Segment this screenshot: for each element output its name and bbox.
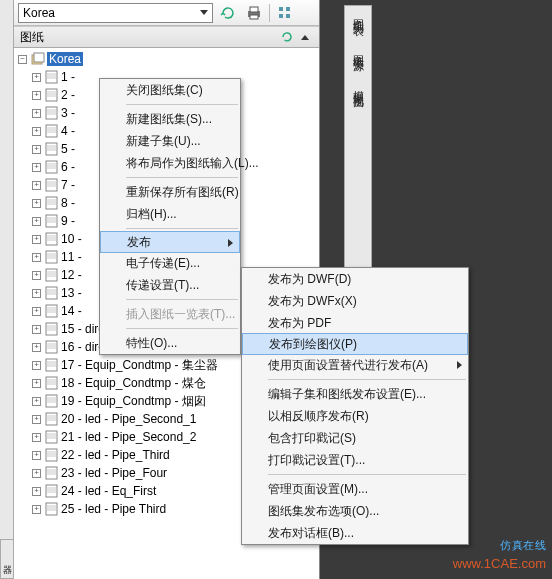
mi-manage-page[interactable]: 管理页面设置(M)...: [242, 478, 468, 500]
tree-item-label: 14 -: [61, 304, 82, 318]
mi-close[interactable]: 关闭图纸集(C): [100, 79, 240, 101]
separator: [126, 299, 238, 300]
tree-root[interactable]: −Korea: [18, 50, 319, 68]
toolbar-btn-1[interactable]: [217, 3, 239, 23]
tree-item-label: 12 -: [61, 268, 82, 282]
mi-pub-pdf[interactable]: 发布为 PDF: [242, 312, 468, 334]
mi-properties[interactable]: 特性(O)...: [100, 332, 240, 354]
expander-icon[interactable]: +: [32, 451, 41, 460]
toolbar-btn-3[interactable]: [274, 3, 296, 23]
expander-icon[interactable]: +: [32, 307, 41, 316]
svg-rect-22: [46, 305, 57, 317]
expander-icon[interactable]: +: [32, 343, 41, 352]
mi-pub-plotter[interactable]: 发布到绘图仪(P): [242, 333, 468, 355]
expander-icon[interactable]: +: [32, 199, 41, 208]
mi-new-subset[interactable]: 新建子集(U)...: [100, 130, 240, 152]
toolbar-btn-2[interactable]: [243, 3, 265, 23]
expander-icon[interactable]: +: [32, 289, 41, 298]
mi-include-stamp[interactable]: 包含打印戳记(S): [242, 427, 468, 449]
tree-item-label: 17 - Equip_Condtmp - 集尘器: [61, 357, 218, 374]
section-header: 图纸: [14, 26, 319, 48]
expander-icon[interactable]: +: [32, 505, 41, 514]
mi-etransmit[interactable]: 电子传递(E)...: [100, 252, 240, 274]
expander-icon[interactable]: +: [32, 379, 41, 388]
sheet-icon: [45, 322, 59, 336]
rail-tab-2[interactable]: 图纸资源: [351, 46, 366, 54]
tree-item-label: 1 -: [61, 70, 75, 84]
expander-icon[interactable]: +: [32, 217, 41, 226]
sheet-icon: [45, 286, 59, 300]
rail-tab-1[interactable]: 图纸列表: [351, 10, 366, 18]
expander-icon[interactable]: +: [32, 487, 41, 496]
tree-item-label: 5 -: [61, 142, 75, 156]
mi-resave-all[interactable]: 重新保存所有图纸(R): [100, 181, 240, 203]
expander-icon[interactable]: +: [32, 469, 41, 478]
mi-publish[interactable]: 发布: [100, 231, 240, 253]
expander-icon[interactable]: −: [18, 55, 27, 64]
sheet-icon: [45, 358, 59, 372]
expander-icon[interactable]: +: [32, 415, 41, 424]
tree-item-label: 9 -: [61, 214, 75, 228]
separator: [269, 4, 270, 22]
rail-tab-3[interactable]: 模型视图: [351, 82, 366, 90]
mi-pub-dialog[interactable]: 发布对话框(B)...: [242, 522, 468, 544]
sheetset-icon: [31, 52, 45, 66]
mi-insert-table: 插入图纸一览表(T)...: [100, 303, 240, 325]
expander-icon[interactable]: +: [32, 235, 41, 244]
tree-item-label: 10 -: [61, 232, 82, 246]
sheet-icon: [45, 340, 59, 354]
corner-tab-label: 器: [1, 558, 14, 560]
mi-import-layout[interactable]: 将布局作为图纸输入(L)...: [100, 152, 240, 174]
tree-item-label: 22 - led - Pipe_Third: [61, 448, 170, 462]
tree-item-label: 21 - led - Pipe_Second_2: [61, 430, 196, 444]
expander-icon[interactable]: +: [32, 109, 41, 118]
refresh-small-button[interactable]: [279, 29, 295, 45]
expander-icon[interactable]: +: [32, 361, 41, 370]
sheetset-dropdown[interactable]: Korea: [18, 3, 213, 23]
refresh-small-icon: [281, 31, 293, 43]
sheet-icon: [45, 178, 59, 192]
sheet-icon: [45, 70, 59, 84]
expander-icon[interactable]: +: [32, 181, 41, 190]
mi-archive[interactable]: 归档(H)...: [100, 203, 240, 225]
expander-icon[interactable]: +: [32, 271, 41, 280]
mi-pub-options[interactable]: 图纸集发布选项(O)...: [242, 500, 468, 522]
svg-rect-29: [46, 431, 57, 443]
svg-rect-8: [34, 53, 44, 62]
expander-icon[interactable]: +: [32, 433, 41, 442]
mi-pub-dwf[interactable]: 发布为 DWF(D): [242, 268, 468, 290]
separator: [268, 474, 466, 475]
mi-new-sheetset[interactable]: 新建图纸集(S)...: [100, 108, 240, 130]
expander-icon[interactable]: +: [32, 91, 41, 100]
expander-icon[interactable]: +: [32, 145, 41, 154]
mi-pub-dwfx[interactable]: 发布为 DWFx(X): [242, 290, 468, 312]
tree-item-label: 3 -: [61, 106, 75, 120]
tree-item-label: 6 -: [61, 160, 75, 174]
tree-item-label: 20 - led - Pipe_Second_1: [61, 412, 196, 426]
mi-transmit-settings[interactable]: 传递设置(T)...: [100, 274, 240, 296]
expander-icon[interactable]: +: [32, 73, 41, 82]
mi-reverse-order[interactable]: 以相反顺序发布(R): [242, 405, 468, 427]
expander-icon[interactable]: +: [32, 253, 41, 262]
mi-stamp-settings[interactable]: 打印戳记设置(T)...: [242, 449, 468, 471]
mi-edit-pub-settings[interactable]: 编辑子集和图纸发布设置(E)...: [242, 383, 468, 405]
dropdown-value: Korea: [23, 6, 55, 20]
chevron-up-icon: [301, 35, 309, 40]
separator: [126, 228, 238, 229]
expander-icon[interactable]: +: [32, 397, 41, 406]
svg-rect-20: [46, 269, 57, 281]
expander-icon[interactable]: +: [32, 127, 41, 136]
sheet-icon: [45, 448, 59, 462]
sheet-icon: [45, 106, 59, 120]
svg-rect-27: [46, 395, 57, 407]
svg-rect-24: [46, 341, 57, 353]
collapse-button[interactable]: [297, 29, 313, 45]
expander-icon[interactable]: +: [32, 163, 41, 172]
svg-rect-6: [286, 14, 290, 18]
separator: [126, 104, 238, 105]
tree-item-label: 4 -: [61, 124, 75, 138]
mi-pub-pagesetup[interactable]: 使用页面设置替代进行发布(A): [242, 354, 468, 376]
corner-tab[interactable]: 器: [0, 539, 14, 579]
expander-icon[interactable]: +: [32, 325, 41, 334]
chevron-down-icon: [200, 10, 208, 15]
